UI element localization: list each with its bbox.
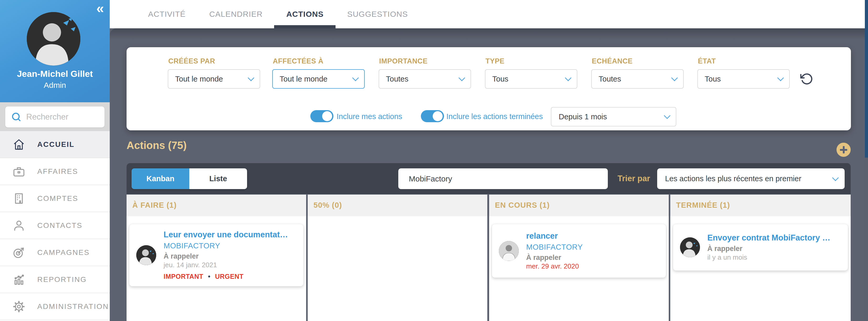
period-select[interactable]: Depuis 1 mois bbox=[551, 107, 676, 127]
scrollbar[interactable] bbox=[865, 0, 868, 321]
tab-calendrier[interactable]: CALENDRIER bbox=[209, 0, 262, 28]
card-type: À rappeler bbox=[526, 254, 583, 262]
chevron-down-icon bbox=[458, 74, 465, 81]
include-finished-actions-toggle[interactable] bbox=[421, 110, 444, 122]
type-select[interactable]: Tous bbox=[485, 69, 577, 88]
select-value: Depuis 1 mois bbox=[559, 112, 607, 121]
sidebar-item-affaires[interactable]: AFFAIRES bbox=[0, 158, 110, 185]
filter-label: CRÉÉES PAR bbox=[168, 57, 215, 65]
action-card[interactable]: relancer MOBIFACTORY À rappeler mer. 29 … bbox=[492, 224, 666, 278]
tag-separator: • bbox=[208, 273, 210, 280]
chevron-down-icon bbox=[248, 74, 254, 81]
active-tab-underline bbox=[274, 25, 336, 28]
chevron-down-icon bbox=[352, 74, 359, 81]
reset-filters-button[interactable] bbox=[800, 72, 813, 85]
column-header: À FAIRE (1) bbox=[127, 194, 306, 216]
kanban-column-a-faire: À FAIRE (1) Leur envoyer une documentat…… bbox=[127, 194, 306, 321]
sidebar-item-label: CAMPAGNES bbox=[37, 248, 90, 257]
avatar bbox=[499, 241, 519, 261]
top-tab-bar: ACTIVITÉ CALENDRIER ACTIONS SUGGESTIONS bbox=[110, 0, 868, 28]
sidebar-item-label: AFFAIRES bbox=[37, 167, 78, 176]
sidebar-item-reporting[interactable]: REPORTING bbox=[0, 266, 110, 293]
tab-label: ACTIVITÉ bbox=[148, 10, 186, 19]
add-action-button[interactable] bbox=[836, 143, 851, 157]
collapse-sidebar-icon[interactable]: « bbox=[96, 1, 104, 16]
card-body: relancer MOBIFACTORY À rappeler mer. 29 … bbox=[526, 231, 583, 271]
chevron-down-icon bbox=[777, 74, 784, 81]
sort-by-label: Trier par bbox=[618, 163, 650, 194]
user-name: Jean-Michel Gillet bbox=[0, 69, 110, 79]
column-title: À FAIRE (1) bbox=[132, 201, 177, 210]
avatar bbox=[27, 12, 80, 66]
select-value: Tout le monde bbox=[175, 75, 223, 83]
column-title: TERMINÉE (1) bbox=[676, 201, 730, 210]
echeance-select[interactable]: Toutes bbox=[591, 69, 684, 88]
bar-chart-icon bbox=[12, 273, 25, 286]
importance-select[interactable]: Toutes bbox=[379, 69, 471, 88]
card-company-link[interactable]: MOBIFACTORY bbox=[526, 243, 583, 251]
sidebar-item-accueil[interactable]: ACCUEIL bbox=[0, 131, 110, 158]
kanban-column-50: 50% (0) bbox=[308, 194, 487, 321]
card-title[interactable]: Envoyer contrat MobiFactory … bbox=[707, 233, 831, 243]
target-icon bbox=[12, 246, 25, 259]
action-card[interactable]: Envoyer contrat MobiFactory … À rappeler… bbox=[673, 224, 848, 271]
include-my-actions-toggle[interactable] bbox=[310, 110, 334, 122]
etat-select[interactable]: Tous bbox=[698, 69, 790, 88]
liste-view-button[interactable]: Liste bbox=[189, 168, 247, 189]
sidebar-item-campagnes[interactable]: CAMPAGNES bbox=[0, 239, 110, 266]
tag-important: IMPORTANT bbox=[163, 273, 203, 280]
affectees-a-select[interactable]: Tout le monde bbox=[272, 69, 365, 88]
sidebar-nav: ACCUEIL AFFAIRES COMPTES bbox=[0, 131, 110, 320]
column-title: EN COURS (1) bbox=[495, 201, 550, 210]
search-icon bbox=[11, 112, 22, 122]
kanban-board: À FAIRE (1) Leur envoyer une documentat…… bbox=[127, 194, 851, 321]
select-value: Les actions les plus récentes en premier bbox=[665, 174, 801, 183]
include-my-actions-label: Inclure mes actions bbox=[337, 112, 402, 121]
filter-label: ECHÉANCE bbox=[592, 57, 633, 65]
search-input[interactable] bbox=[26, 112, 100, 122]
sidebar-item-administration[interactable]: ADMINISTRATION bbox=[0, 293, 110, 320]
include-finished-actions-label: Inclure les actions terminées bbox=[446, 112, 543, 121]
column-header: 50% (0) bbox=[308, 194, 487, 216]
tab-actions[interactable]: ACTIONS bbox=[286, 0, 323, 28]
actions-section-title: Actions (75) bbox=[127, 140, 187, 151]
sidebar-item-comptes[interactable]: COMPTES bbox=[0, 185, 110, 212]
tab-label: ACTIONS bbox=[286, 10, 323, 19]
building-icon bbox=[12, 192, 25, 205]
card-body: Envoyer contrat MobiFactory … À rappeler… bbox=[707, 233, 831, 261]
sidebar-search[interactable] bbox=[5, 106, 104, 128]
user-role: Admin bbox=[0, 81, 110, 90]
card-body: Leur envoyer une documentat… MOBIFACTORY… bbox=[163, 230, 288, 280]
card-date: il y a un mois bbox=[707, 253, 831, 261]
select-value: Tous bbox=[705, 75, 721, 83]
card-date: jeu. 14 janv. 2021 bbox=[163, 261, 288, 269]
kanban-view-button[interactable]: Kanban bbox=[131, 168, 189, 189]
chevron-down-icon bbox=[664, 112, 670, 119]
chevron-down-icon bbox=[832, 174, 839, 181]
column-title: 50% (0) bbox=[313, 201, 342, 210]
filter-label: TYPE bbox=[486, 57, 505, 65]
select-value: Toutes bbox=[386, 75, 408, 83]
actions-search[interactable] bbox=[398, 168, 608, 189]
sort-select[interactable]: Les actions les plus récentes en premier bbox=[657, 168, 845, 189]
profile-header: « Jean-Michel Gillet Admin bbox=[0, 0, 110, 102]
card-title[interactable]: relancer bbox=[526, 231, 583, 241]
home-icon bbox=[12, 138, 25, 151]
tab-activite[interactable]: ACTIVITÉ bbox=[148, 0, 186, 28]
creees-par-select[interactable]: Tout le monde bbox=[168, 69, 260, 88]
tab-suggestions[interactable]: SUGGESTIONS bbox=[347, 0, 408, 28]
select-value: Tout le monde bbox=[280, 75, 328, 83]
filter-label: IMPORTANCE bbox=[379, 57, 428, 65]
select-value: Tous bbox=[492, 75, 508, 83]
card-title[interactable]: Leur envoyer une documentat… bbox=[163, 230, 288, 240]
card-company-link[interactable]: MOBIFACTORY bbox=[163, 242, 288, 250]
sidebar-item-contacts[interactable]: CONTACTS bbox=[0, 212, 110, 239]
chevron-down-icon bbox=[565, 74, 571, 81]
view-toggle[interactable]: Kanban Liste bbox=[131, 168, 247, 189]
actions-search-input[interactable] bbox=[408, 174, 593, 184]
card-date: mer. 29 avr. 2020 bbox=[526, 262, 583, 271]
filter-label: ÉTAT bbox=[698, 57, 716, 65]
sidebar-item-label: ACCUEIL bbox=[37, 140, 74, 149]
sidebar-item-label: COMPTES bbox=[37, 194, 78, 203]
action-card[interactable]: Leur envoyer une documentat… MOBIFACTORY… bbox=[129, 224, 304, 286]
